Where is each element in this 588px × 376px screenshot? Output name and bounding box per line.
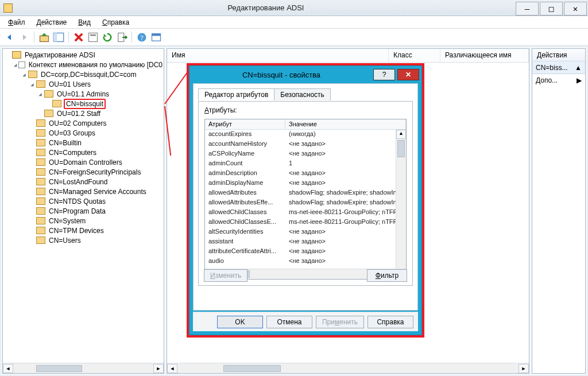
- maximize-button[interactable]: □: [540, 2, 563, 15]
- svg-rect-9: [152, 33, 161, 36]
- delete-button[interactable]: [72, 31, 85, 44]
- svg-rect-3: [89, 33, 98, 41]
- help-button[interactable]: ?: [136, 31, 148, 44]
- app-icon: [3, 3, 13, 13]
- properties-button[interactable]: [87, 31, 99, 44]
- options-button[interactable]: [150, 31, 163, 44]
- minimize-button[interactable]: —: [516, 2, 539, 15]
- refresh-button[interactable]: [101, 31, 114, 44]
- toolbar: ?: [0, 29, 588, 46]
- svg-rect-0: [40, 36, 49, 41]
- menu-help[interactable]: Справка: [96, 18, 135, 26]
- svg-rect-2: [53, 33, 57, 41]
- svg-rect-4: [90, 34, 96, 36]
- forward-button: [18, 31, 30, 44]
- close-button[interactable]: ✕: [564, 2, 587, 15]
- menu-file[interactable]: Файл: [2, 18, 31, 26]
- menu-action[interactable]: Действие: [31, 18, 73, 26]
- show-tree-button[interactable]: [52, 31, 65, 44]
- back-button[interactable]: [3, 31, 16, 44]
- svg-text:?: ?: [140, 34, 144, 42]
- window-title: Редактирование ADSI: [16, 3, 516, 12]
- titlebar: Редактирование ADSI — □ ✕: [0, 0, 588, 16]
- menubar: Файл Действие Вид Справка: [0, 16, 588, 29]
- export-button[interactable]: [115, 31, 128, 44]
- up-button[interactable]: [38, 31, 51, 44]
- menu-view[interactable]: Вид: [72, 18, 96, 26]
